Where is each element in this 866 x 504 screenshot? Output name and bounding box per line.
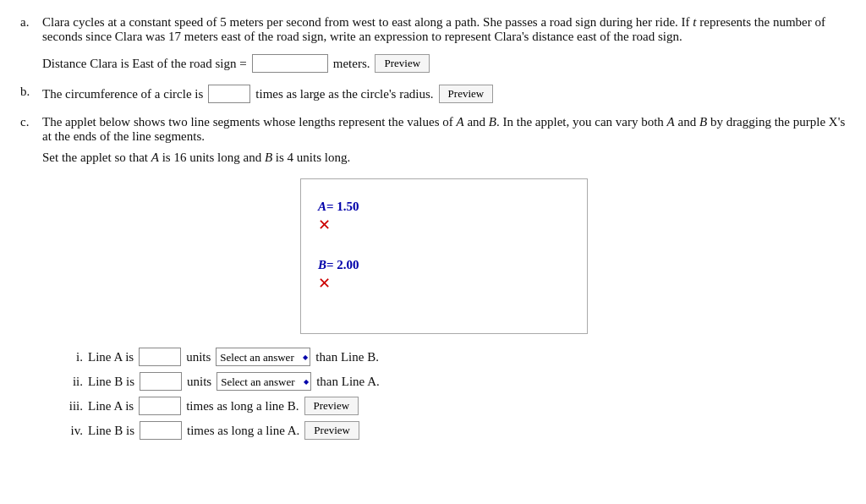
problem-b-text2: times as large as the circle's radius. xyxy=(255,87,433,101)
sub-item-iv-units: times as long a line A. xyxy=(187,424,299,438)
problem-a-text1: Clara cycles at a constant speed of 5 me… xyxy=(42,15,693,29)
applet-A-label: A xyxy=(318,200,326,213)
problem-c-letter: c. xyxy=(20,115,36,129)
sub-item-iv-input[interactable] xyxy=(140,421,182,440)
sub-item-i-select-wrapper[interactable]: Select an answer more less greater fewer xyxy=(216,348,310,366)
problem-c-text6: is 16 units long and xyxy=(159,151,265,164)
problem-c-text: The applet below shows two line segments… xyxy=(42,115,846,144)
problem-c-text1: The applet below shows two line segments… xyxy=(42,115,456,129)
problem-a-letter: a. xyxy=(20,15,36,30)
problem-b-preview-btn[interactable]: Preview xyxy=(439,85,494,103)
sub-item-ii-label: Line B is xyxy=(88,375,134,389)
problem-a: a. Clara cycles at a constant speed of 5… xyxy=(20,15,846,73)
sub-item-iv-preview-btn[interactable]: Preview xyxy=(304,421,359,440)
problem-c: c. The applet below shows two line segme… xyxy=(20,115,846,446)
problem-a-units: meters. xyxy=(333,57,370,71)
applet-box: A= 1.50 ✕ B= 2.00 ✕ xyxy=(300,178,588,334)
sub-item-iii-units: times as long a line B. xyxy=(186,399,299,414)
problem-c-set1: Set the applet so that xyxy=(42,151,151,164)
problem-a-preview-btn[interactable]: Preview xyxy=(375,54,430,73)
problem-b-letter: b. xyxy=(20,85,36,99)
problem-c-Bvar: B xyxy=(489,115,496,129)
problem-c-Avar2: A xyxy=(667,115,675,129)
problem-b-input[interactable] xyxy=(208,85,250,103)
sub-item-i-input[interactable] xyxy=(139,348,181,366)
problem-c-Bvar3: B xyxy=(265,151,272,164)
sub-item-iv: iv. Line B is times as long a line A. Pr… xyxy=(42,421,846,440)
problem-b-text1: The circumference of a circle is xyxy=(42,87,203,101)
sub-item-i-roman: i. xyxy=(59,350,83,364)
applet-B-eq: = 2.00 xyxy=(326,258,359,271)
problem-c-Avar3: A xyxy=(151,151,159,164)
problem-c-text4: and xyxy=(675,115,699,129)
applet-A-eq: = 1.50 xyxy=(326,200,359,213)
problem-a-content: Clara cycles at a constant speed of 5 me… xyxy=(42,15,846,73)
problem-c-content: The applet below shows two line segments… xyxy=(42,115,846,446)
applet-B-cross: ✕ xyxy=(318,274,570,293)
applet-var-A: A= 1.50 ✕ xyxy=(318,200,570,234)
sub-item-iii: iii. Line A is times as long a line B. P… xyxy=(42,397,846,415)
problem-a-equation-row: Distance Clara is East of the road sign … xyxy=(42,54,846,73)
sub-item-ii-select[interactable]: Select an answer more less greater fewer xyxy=(216,372,311,391)
problem-c-Avar: A xyxy=(456,115,463,129)
sub-item-i-units: units xyxy=(186,350,211,364)
problem-a-input[interactable] xyxy=(252,54,328,73)
sub-item-ii-select-wrapper[interactable]: Select an answer more less greater fewer xyxy=(216,372,311,391)
sub-item-ii-roman: ii. xyxy=(59,375,83,389)
problem-b-content: The circumference of a circle is times a… xyxy=(42,85,846,103)
applet-A-cross: ✕ xyxy=(318,216,570,234)
sub-items: i. Line A is units Select an answer more… xyxy=(42,348,846,440)
sub-item-i-suffix: than Line B. xyxy=(315,350,379,364)
problem-c-Bvar2: B xyxy=(699,115,707,129)
sub-item-ii-suffix: than Line A. xyxy=(316,375,380,389)
applet-var-B: B= 2.00 ✕ xyxy=(318,258,570,293)
problem-b: b. The circumference of a circle is time… xyxy=(20,85,846,103)
problem-c-text3: . In the applet, you can vary both xyxy=(496,115,667,129)
problem-c-text7: is 4 units long. xyxy=(272,151,350,164)
problem-b-row: The circumference of a circle is times a… xyxy=(42,85,846,103)
sub-item-i-label: Line A is xyxy=(88,350,134,364)
sub-item-iii-input[interactable] xyxy=(139,397,181,415)
problem-a-eq-label: Distance Clara is East of the road sign … xyxy=(42,57,247,71)
sub-item-ii-input[interactable] xyxy=(140,372,182,391)
problem-c-text2: and xyxy=(464,115,489,129)
sub-item-iv-roman: iv. xyxy=(59,424,83,438)
sub-item-i-select[interactable]: Select an answer more less greater fewer xyxy=(216,348,310,366)
sub-item-iv-label: Line B is xyxy=(88,424,134,438)
sub-item-iii-label: Line A is xyxy=(88,399,134,414)
sub-item-iii-roman: iii. xyxy=(59,399,83,414)
problem-c-set-text: Set the applet so that A is 16 units lon… xyxy=(42,151,846,165)
applet-B-label: B xyxy=(318,258,326,271)
sub-item-iii-preview-btn[interactable]: Preview xyxy=(304,397,359,415)
problem-a-text: Clara cycles at a constant speed of 5 me… xyxy=(42,15,846,44)
sub-item-i: i. Line A is units Select an answer more… xyxy=(42,348,846,366)
sub-item-ii-units: units xyxy=(187,375,211,389)
sub-item-ii: ii. Line B is units Select an answer mor… xyxy=(42,372,846,391)
